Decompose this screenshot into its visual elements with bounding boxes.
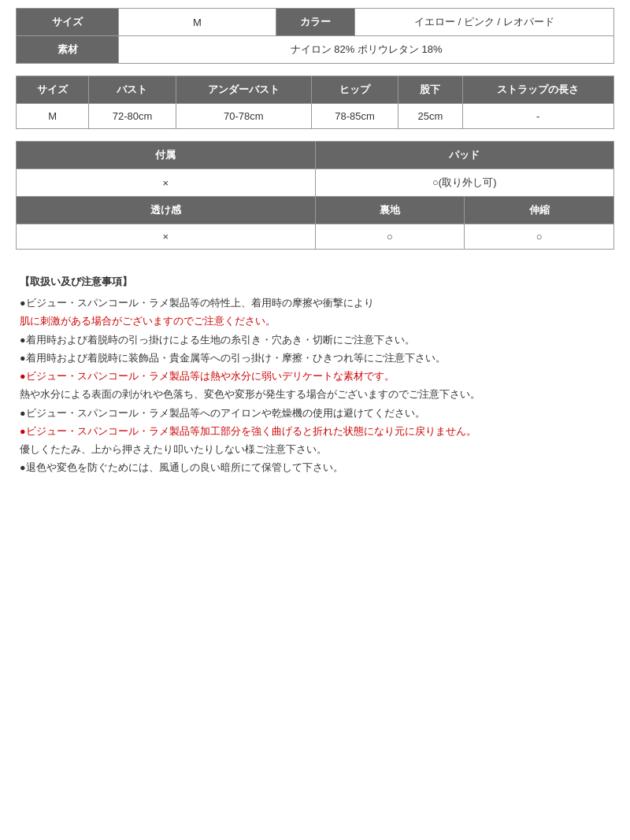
notes-items: ●ビジュー・スパンコール・ラメ製品等の特性上、着用時の摩擦や衝撃により肌に刺激が…	[20, 295, 610, 477]
col-hip: ヒップ	[312, 76, 398, 104]
accessories-header: 付属	[17, 142, 316, 169]
color-value-cell: イエロー / ピンク / レオパード	[355, 9, 614, 36]
size-cell: -	[462, 104, 614, 129]
col-bust: バスト	[89, 76, 176, 104]
material-value-cell: ナイロン 82% ポリウレタン 18%	[119, 36, 614, 64]
notes-item: 優しくたたみ、上から押さえたり叩いたりしない様ご注意下さい。	[20, 442, 610, 458]
notes-item: 肌に刺激がある場合がございますのでご注意ください。	[20, 313, 610, 330]
color-label-cell: カラー	[276, 9, 355, 36]
transparency-lining-stretch-value-row: × ○ ○	[17, 224, 614, 250]
notes-item: ●着用時および着脱時に装飾品・貴金属等への引っ掛け・摩擦・ひきつれ等にご注意下さ…	[20, 350, 610, 367]
size-color-material-table: サイズ M カラー イエロー / ピンク / レオパード 素材 ナイロン 82%…	[16, 8, 614, 64]
size-value-cell: M	[119, 9, 276, 36]
size-measurements-table: サイズ バスト アンダーバスト ヒップ 股下 ストラップの長さ M72-80cm…	[16, 76, 614, 129]
transparency-lining-stretch-header-row: 透け感 裏地 伸縮	[17, 197, 614, 224]
notes-title: 【取扱い及び注意事項】	[20, 273, 610, 290]
col-size: サイズ	[17, 76, 89, 104]
notes-item: ●ビジュー・スパンコール・ラメ製品等加工部分を強く曲げると折れた状態になり元に戻…	[20, 424, 610, 440]
col-inseam: 股下	[398, 76, 462, 104]
material-label-cell: 素材	[17, 36, 119, 64]
notes-item: ●退色や変色を防ぐためには、風通しの良い暗所にて保管して下さい。	[20, 460, 610, 476]
notes-item: ●ビジュー・スパンコール・ラメ製品等の特性上、着用時の摩擦や衝撃により	[20, 295, 610, 312]
size-cell: 72-80cm	[89, 104, 176, 129]
accessories-pad-value-row: × ○(取り外し可)	[17, 169, 614, 197]
transparency-value: ×	[17, 224, 316, 250]
size-cell: 25cm	[398, 104, 462, 129]
pad-value: ○(取り外し可)	[315, 169, 614, 197]
stretch-header: 伸縮	[465, 197, 614, 224]
notes-item: ●ビジュー・スパンコール・ラメ製品等は熱や水分に弱いデリケートな素材です。	[20, 368, 610, 385]
product-info-section: サイズ M カラー イエロー / ピンク / レオパード 素材 ナイロン 82%…	[16, 8, 614, 487]
material-row: 素材 ナイロン 82% ポリウレタン 18%	[17, 36, 614, 64]
transparency-header: 透け感	[17, 197, 316, 224]
notes-item: 熱や水分による表面の剥がれや色落ち、変色や変形が発生する場合がございますのでご注…	[20, 387, 610, 403]
col-underbust: アンダーバスト	[176, 76, 311, 104]
notes-item: ●ビジュー・スパンコール・ラメ製品等へのアイロンや乾燥機の使用は避けてください。	[20, 405, 610, 422]
stretch-value: ○	[465, 224, 614, 250]
lining-value: ○	[315, 224, 465, 250]
size-cell: M	[17, 104, 89, 129]
accessories-value: ×	[17, 169, 316, 197]
accessories-pad-header-row: 付属 パッド	[17, 142, 614, 169]
size-color-row: サイズ M カラー イエロー / ピンク / レオパード	[17, 9, 614, 36]
size-cell: 78-85cm	[312, 104, 398, 129]
features-table: 付属 パッド × ○(取り外し可) 透け感 裏地 伸縮 × ○ ○	[16, 141, 614, 250]
notes-section: 【取扱い及び注意事項】 ●ビジュー・スパンコール・ラメ製品等の特性上、着用時の摩…	[16, 265, 614, 487]
size-header-row: サイズ バスト アンダーバスト ヒップ 股下 ストラップの長さ	[17, 76, 614, 104]
pad-header: パッド	[315, 142, 614, 169]
col-strap: ストラップの長さ	[462, 76, 614, 104]
size-label-cell: サイズ	[17, 9, 119, 36]
size-cell: 70-78cm	[176, 104, 311, 129]
notes-item: ●着用時および着脱時の引っ掛けによる生地の糸引き・穴あき・切断にご注意下さい。	[20, 332, 610, 349]
lining-header: 裏地	[315, 197, 465, 224]
size-data-row: M72-80cm70-78cm78-85cm25cm-	[17, 104, 614, 129]
